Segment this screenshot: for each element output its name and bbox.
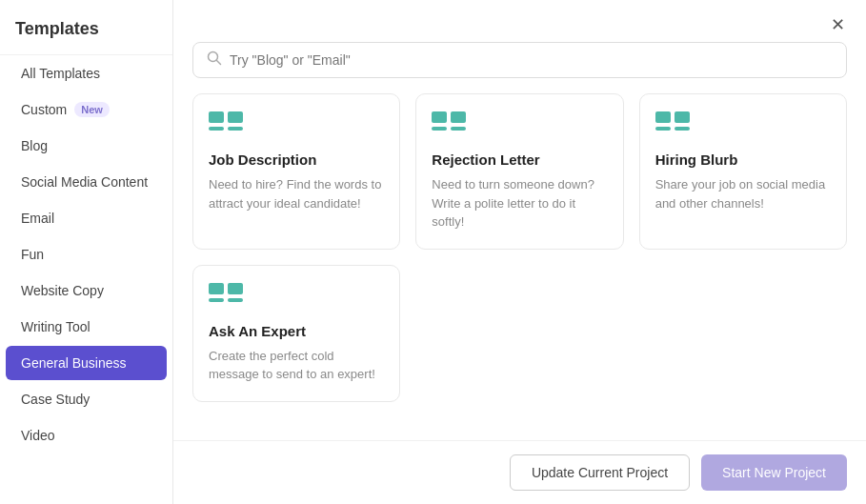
svg-rect-7 bbox=[451, 111, 466, 123]
card-title-rejection-letter: Rejection Letter bbox=[432, 151, 607, 168]
sidebar-item-blog[interactable]: Blog bbox=[6, 129, 167, 163]
card-title-job-description: Job Description bbox=[209, 151, 384, 168]
svg-rect-9 bbox=[451, 127, 466, 131]
card-job-description[interactable]: Job Description Need to hire? Find the w… bbox=[192, 93, 400, 250]
card-icon-hiring-blurb bbox=[655, 111, 831, 142]
start-new-project-button[interactable]: Start New Project bbox=[701, 454, 847, 491]
card-title-hiring-blurb: Hiring Blurb bbox=[655, 151, 831, 168]
close-button[interactable]: ✕ bbox=[824, 11, 851, 38]
svg-rect-13 bbox=[675, 127, 690, 131]
svg-rect-16 bbox=[209, 298, 224, 302]
card-ask-an-expert[interactable]: Ask An Expert Create the perfect cold me… bbox=[192, 265, 400, 402]
card-desc-rejection-letter: Need to turn someone down? Write a polit… bbox=[432, 175, 607, 232]
footer: Update Current Project Start New Project bbox=[173, 440, 866, 504]
card-desc-hiring-blurb: Share your job on social media and other… bbox=[655, 175, 831, 212]
svg-line-1 bbox=[217, 61, 221, 65]
svg-rect-6 bbox=[432, 111, 447, 123]
card-rejection-letter[interactable]: Rejection Letter Need to turn someone do… bbox=[415, 93, 623, 250]
svg-rect-17 bbox=[228, 298, 243, 302]
new-badge: New bbox=[74, 102, 110, 117]
card-icon-rejection-letter bbox=[432, 111, 607, 142]
search-container bbox=[192, 42, 847, 78]
search-icon bbox=[207, 50, 222, 70]
svg-rect-11 bbox=[675, 111, 690, 123]
svg-rect-8 bbox=[432, 127, 447, 131]
sidebar-item-all-templates[interactable]: All Templates bbox=[6, 56, 167, 91]
cards-grid: Job Description Need to hire? Find the w… bbox=[192, 93, 847, 402]
main-panel: ✕ bbox=[173, 0, 866, 504]
sidebar: Templates All Templates Custom New Blog … bbox=[0, 0, 173, 504]
svg-rect-2 bbox=[209, 111, 224, 123]
svg-rect-14 bbox=[209, 283, 224, 294]
svg-rect-15 bbox=[228, 283, 243, 294]
sidebar-item-case-study[interactable]: Case Study bbox=[6, 382, 167, 416]
svg-rect-5 bbox=[228, 127, 243, 131]
sidebar-item-video[interactable]: Video bbox=[6, 418, 167, 453]
svg-rect-12 bbox=[655, 127, 671, 131]
card-desc-job-description: Need to hire? Find the words to attract … bbox=[209, 175, 384, 212]
update-current-project-button[interactable]: Update Current Project bbox=[510, 454, 690, 491]
sidebar-item-writing-tool[interactable]: Writing Tool bbox=[6, 310, 167, 344]
sidebar-item-website-copy[interactable]: Website Copy bbox=[6, 273, 167, 308]
sidebar-item-email[interactable]: Email bbox=[6, 201, 167, 235]
cards-wrapper: Job Description Need to hire? Find the w… bbox=[173, 93, 866, 440]
card-icon-ask-an-expert bbox=[209, 283, 384, 313]
svg-rect-4 bbox=[209, 127, 224, 131]
card-hiring-blurb[interactable]: Hiring Blurb Share your job on social me… bbox=[639, 93, 847, 250]
sidebar-item-social-media-content[interactable]: Social Media Content bbox=[6, 165, 167, 199]
sidebar-item-custom[interactable]: Custom New bbox=[6, 92, 167, 127]
search-area bbox=[173, 38, 866, 93]
search-input[interactable] bbox=[230, 52, 833, 68]
card-desc-ask-an-expert: Create the perfect cold message to send … bbox=[209, 347, 384, 384]
svg-rect-10 bbox=[655, 111, 671, 123]
card-title-ask-an-expert: Ask An Expert bbox=[209, 323, 384, 339]
sidebar-title: Templates bbox=[0, 0, 172, 55]
sidebar-item-general-business[interactable]: General Business bbox=[6, 346, 167, 380]
card-icon-job-description bbox=[209, 111, 384, 142]
modal-header: ✕ bbox=[173, 0, 866, 38]
svg-rect-3 bbox=[228, 111, 243, 123]
sidebar-item-fun[interactable]: Fun bbox=[6, 237, 167, 272]
